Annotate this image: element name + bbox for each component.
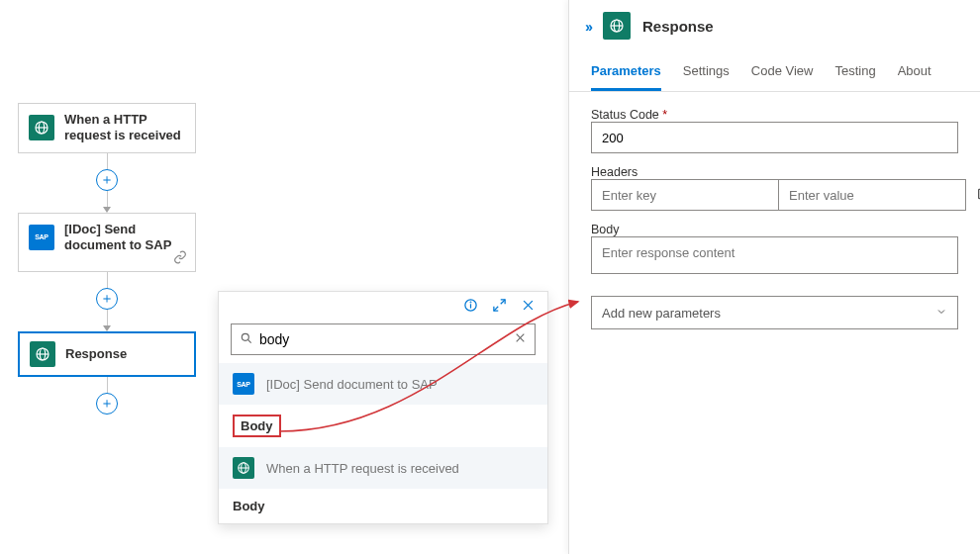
svg-line-10 <box>494 307 498 311</box>
picker-item-label: Body <box>233 499 265 513</box>
response-icon <box>30 341 55 367</box>
add-step-button[interactable]: ＋ <box>96 288 118 310</box>
close-icon[interactable] <box>521 298 536 316</box>
picker-search-input[interactable] <box>259 331 508 347</box>
collapse-panel-button[interactable]: ›› <box>585 18 591 35</box>
flow-edge: ＋ <box>18 153 196 213</box>
flow-edge: ＋ <box>18 377 196 415</box>
header-value-input[interactable] <box>778 180 965 210</box>
add-step-button[interactable]: ＋ <box>96 393 118 415</box>
panel-title: Response <box>642 18 714 35</box>
response-icon <box>603 12 631 40</box>
tab-code-view[interactable]: Code View <box>751 57 814 91</box>
flow-node-label: [IDoc] Send document to SAP <box>64 222 185 254</box>
chevron-down-icon <box>935 306 947 321</box>
picker-group-label: When a HTTP request is received <box>266 461 459 476</box>
info-icon[interactable] <box>463 298 478 316</box>
status-code-label: Status Code * <box>591 108 958 122</box>
header-row <box>591 179 966 211</box>
header-key-input[interactable] <box>592 180 778 210</box>
tab-settings[interactable]: Settings <box>683 57 730 91</box>
details-panel: ›› Response Parameters Settings Code Vie… <box>568 0 980 554</box>
status-code-input[interactable] <box>591 122 958 153</box>
dynamic-content-picker: SAP [IDoc] Send document to SAP Body Whe… <box>218 291 548 524</box>
flow-node-response[interactable]: Response <box>18 331 196 377</box>
panel-tabs: Parameters Settings Code View Testing Ab… <box>569 49 980 92</box>
picker-group-heading: SAP [IDoc] Send document to SAP <box>219 363 547 405</box>
picker-group-label: [IDoc] Send document to SAP <box>266 377 438 392</box>
flow-node-label: Response <box>65 346 127 362</box>
flow-node-label: When a HTTP request is received <box>64 112 185 144</box>
add-parameters-label: Add new parameters <box>602 306 721 321</box>
svg-line-9 <box>501 300 505 304</box>
clear-search-icon[interactable] <box>514 331 527 347</box>
request-icon <box>233 457 254 479</box>
flow-edge: ＋ <box>18 272 196 331</box>
sap-icon: SAP <box>29 225 54 250</box>
headers-label: Headers <box>591 165 958 179</box>
sap-icon: SAP <box>233 373 254 395</box>
text-mode-icon[interactable] <box>976 186 980 205</box>
search-icon <box>240 331 253 348</box>
picker-search[interactable] <box>231 323 536 355</box>
request-icon <box>29 115 54 140</box>
picker-group-heading: When a HTTP request is received <box>219 447 547 489</box>
picker-item-body[interactable]: Body <box>219 405 547 447</box>
add-parameters-dropdown[interactable]: Add new parameters <box>591 296 958 329</box>
svg-point-8 <box>470 302 471 303</box>
body-input[interactable]: Enter response content <box>591 236 958 274</box>
tab-about[interactable]: About <box>898 57 931 91</box>
expand-icon[interactable] <box>492 298 507 316</box>
link-icon <box>173 250 187 267</box>
flow-node-trigger[interactable]: When a HTTP request is received <box>18 103 196 153</box>
add-step-button[interactable]: ＋ <box>96 169 118 191</box>
flow-node-sap[interactable]: SAP [IDoc] Send document to SAP <box>18 213 196 273</box>
tab-parameters[interactable]: Parameters <box>591 57 661 91</box>
picker-item-label: Body <box>233 415 281 437</box>
svg-line-14 <box>247 339 250 342</box>
body-label: Body <box>591 223 958 236</box>
tab-testing[interactable]: Testing <box>834 57 875 91</box>
svg-point-13 <box>242 333 248 340</box>
picker-item-body[interactable]: Body <box>219 489 547 523</box>
